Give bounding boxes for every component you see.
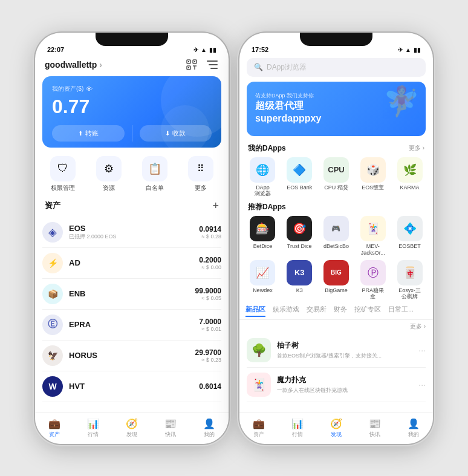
eosyx-label: Eosyx-三 公棋牌 [398, 287, 421, 301]
eosbet-label: EOSBET [398, 243, 421, 250]
dapp-browser[interactable]: 🌐 DApp 浏览器 [247, 157, 278, 198]
dapp-search-bar[interactable]: 🔍 DApp浏览器 [247, 58, 426, 77]
my-dapps-grid: 🌐 DApp 浏览器 🔷 EOS Bank CPU CPU 稻贷 🎲 EOS骰宝… [239, 157, 433, 201]
hvt-name: HVT [69, 382, 193, 391]
betdice-label: BetDice [253, 243, 273, 250]
add-asset-button[interactable]: + [212, 200, 219, 212]
quick-action-resources[interactable]: ⚙ 资源 [91, 156, 127, 192]
eos-bank[interactable]: 🔷 EOS Bank [284, 157, 315, 198]
tab-exchange[interactable]: 交易所 [307, 305, 327, 317]
app-list-more[interactable]: 更多 › [410, 322, 426, 331]
quick-action-more[interactable]: ⠿ 更多 [183, 156, 219, 192]
receive-button[interactable]: ⬇ 收款 [140, 125, 212, 142]
tab-daily[interactable]: 日常工... [388, 305, 414, 317]
resources-icon: ⚙ [96, 156, 122, 181]
discover-nav-icon-left: 🧭 [126, 418, 138, 429]
mev-icon: 🃏 [360, 216, 386, 241]
nav-discover-left[interactable]: 🧭 发现 [112, 413, 151, 444]
nav-assets-left[interactable]: 💼 资产 [35, 413, 74, 444]
biggame-icon: BIG [323, 260, 349, 285]
asset-row-ad[interactable]: ⚡ AD 0.2000 ≈ $ 0.00 [42, 248, 221, 279]
dbetsicbo-label: dBetSicBo [323, 243, 349, 250]
tab-entertainment[interactable]: 娱乐游戏 [273, 305, 299, 317]
asset-row-horus[interactable]: 🦅 HORUS 29.9700 ≈ $ 0.23 [42, 341, 221, 371]
nav-me-left[interactable]: 👤 我的 [190, 413, 229, 444]
asset-row-epra[interactable]: Ⓔ EPRA 7.0000 ≈ $ 0.01 [42, 310, 221, 341]
grid-icon[interactable] [206, 58, 219, 71]
scan-icon[interactable] [185, 58, 198, 71]
svg-rect-4 [194, 61, 195, 62]
wifi-icon: ▲ [201, 47, 207, 53]
eos-info: EOS 已抵押 2.0000 EOS [69, 224, 193, 241]
asset-row-eos[interactable]: ◈ EOS 已抵押 2.0000 EOS 0.0914 ≈ $ 0.28 [42, 217, 221, 248]
nav-market-right[interactable]: 📊 行情 [278, 413, 317, 444]
nav-assets-right[interactable]: 💼 资产 [239, 413, 278, 444]
rec-dapps-row2: 📈 Newdex K3 K3 BIG BigGame Ⓟ PRA糖果 盒 🀄 [239, 260, 433, 304]
nav-news-left[interactable]: 📰 快讯 [151, 413, 190, 444]
app-row-magic-poker[interactable]: 🃏 魔力扑克 一款多人在线区块链扑克游戏 ··· [247, 368, 426, 402]
betdice[interactable]: 🎰 BetDice [247, 216, 278, 256]
biggame[interactable]: BIG BigGame [320, 260, 352, 301]
resources-label: 资源 [103, 184, 115, 192]
dapp-banner[interactable]: 佑支持DApp 我们支持你 超级君代理 superdapppxy 🧚 [247, 82, 426, 136]
eos-icon: ◈ [42, 222, 63, 243]
tab-finance[interactable]: 财务 [334, 305, 347, 317]
tab-new[interactable]: 新品区 [245, 305, 265, 317]
rec-dapps-row1: 🎰 BetDice 🎯 Trust Dice 🎮 dBetSicBo 🃏 MEV… [239, 216, 433, 260]
quick-action-whitelist[interactable]: 📋 白名单 [137, 156, 173, 192]
k3[interactable]: K3 K3 [284, 260, 315, 301]
more-icon: ⠿ [188, 156, 213, 181]
eos-dice-label: EOS骰宝 [362, 184, 384, 191]
yuzishu-info: 柚子树 首款EOS制户浏览器/搜索引擎，支持接关... [277, 341, 412, 360]
app-row-yuzishu[interactable]: 🌳 柚子树 首款EOS制户浏览器/搜索引擎，支持接关... ··· [247, 333, 426, 368]
airplane-icon-right: ✈ [398, 47, 403, 53]
balance-amount: 0.77 [52, 96, 212, 118]
trust-dice-icon: 🎯 [287, 216, 312, 241]
eosbet[interactable]: 💠 EOSBET [394, 216, 426, 256]
permissions-icon: 🛡 [50, 156, 76, 181]
my-dapps-more[interactable]: 更多 › [409, 144, 424, 152]
wallet-name-row[interactable]: goodwallettp › [45, 60, 102, 70]
scene: 22:07 ✈ ▲ ▮▮ goodwallettp › [23, 21, 445, 456]
newdex[interactable]: 📈 Newdex [247, 260, 278, 301]
transfer-button[interactable]: ⬆ 转账 [52, 125, 125, 142]
karma[interactable]: 🌿 KARMA [394, 157, 426, 198]
dbetsicbo[interactable]: 🎮 dBetSicBo [320, 216, 352, 256]
eos-dice[interactable]: 🎲 EOS骰宝 [357, 157, 389, 198]
eos-dice-icon: 🎲 [360, 157, 386, 183]
notch-left [96, 33, 168, 46]
discover-nav-label-right: 发现 [331, 431, 342, 439]
cpu-rental[interactable]: CPU CPU 稻贷 [320, 157, 352, 198]
news-nav-icon-right: 📰 [369, 418, 381, 429]
magic-poker-info: 魔力扑克 一款多人在线区块链扑克游戏 [277, 375, 412, 394]
enb-info: ENB [69, 289, 189, 298]
horus-icon: 🦅 [42, 345, 63, 366]
tab-mining[interactable]: 挖矿专区 [354, 305, 381, 317]
betdice-icon: 🎰 [250, 216, 275, 241]
enb-name: ENB [69, 289, 189, 298]
eosyx[interactable]: 🀄 Eosyx-三 公棋牌 [394, 260, 426, 301]
wallet-arrow: › [99, 60, 102, 70]
epra-value: 7.0000 ≈ $ 0.01 [199, 318, 221, 332]
eye-icon[interactable]: 👁 [86, 85, 93, 93]
quick-action-permissions[interactable]: 🛡 权限管理 [45, 156, 81, 192]
notch-right [300, 33, 372, 46]
wallet-content: goodwallettp › [35, 56, 229, 444]
trust-dice[interactable]: 🎯 Trust Dice [284, 216, 315, 256]
rec-dapps-header: 推荐DApps [239, 201, 433, 216]
market-nav-icon: 📊 [87, 418, 99, 429]
asset-row-enb[interactable]: 📦 ENB 99.9000 ≈ $ 0.05 [42, 279, 221, 310]
app-list-header: 更多 › [247, 320, 426, 333]
magic-poker-more-icon: ··· [418, 380, 426, 390]
search-placeholder: DApp浏览器 [267, 62, 307, 73]
assets-nav-icon-right: 💼 [253, 418, 265, 429]
pra[interactable]: Ⓟ PRA糖果 盒 [357, 260, 389, 301]
mev-jacks[interactable]: 🃏 MEV- JacksOr... [357, 216, 389, 256]
asset-row-hvt[interactable]: W HVT 0.6014 [42, 371, 221, 402]
whitelist-label: 白名单 [146, 184, 164, 192]
battery-icon-right: ▮▮ [414, 47, 421, 53]
nav-discover-right[interactable]: 🧭 发现 [317, 413, 356, 444]
nav-market-left[interactable]: 📊 行情 [74, 413, 112, 444]
nav-news-right[interactable]: 📰 快讯 [356, 413, 394, 444]
nav-me-right[interactable]: 👤 我的 [394, 413, 433, 444]
